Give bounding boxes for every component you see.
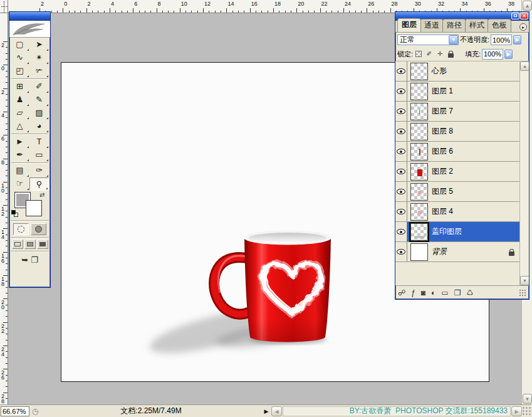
new-layer-icon[interactable]: ❐ [454,287,461,299]
layer-row-图层 6[interactable]: 图层 6 [395,142,521,162]
opacity-spinner-icon[interactable]: ▶ [513,35,521,45]
imageready-page-icon[interactable]: ❐ [31,255,38,265]
eyedropper-tool[interactable]: ✑ [29,164,49,177]
eye-icon[interactable] [397,129,405,134]
new-group-icon[interactable]: ▭ [441,287,448,299]
lock-transparency-icon[interactable] [415,51,422,57]
layer-row-背景[interactable]: 背景 [395,242,521,262]
eye-icon[interactable] [397,169,405,174]
palette-minimize-button[interactable] [511,13,519,19]
notes-tool[interactable]: ▤ [10,164,29,177]
ruler-origin[interactable] [0,0,8,13]
layer-row-图层 8[interactable]: 图层 8 [395,122,521,142]
fullscreen-with-menubar-button[interactable] [24,240,36,249]
eye-icon[interactable] [397,249,405,255]
scroll-up-icon[interactable]: ▲ [520,61,529,71]
gradient-tool[interactable]: ▨ [29,107,49,120]
blend-mode-select[interactable]: 正常 ▼ [397,34,459,45]
standard-screen-mode-button[interactable] [12,240,23,249]
tab-通道[interactable]: 通道 [420,19,444,32]
healing-brush-tool[interactable]: ⊞ [10,80,29,93]
horizontal-scrollbar[interactable]: BY:古欲香萧 PHOTOSHOP 交流群:155189433 [283,406,511,416]
layer-row-图层 7[interactable]: 图层 7 [395,102,521,122]
pen-tool[interactable]: ✒ [10,149,29,162]
eraser-tool[interactable]: ▱ [10,107,29,120]
blur-tool[interactable]: △ [10,120,29,133]
eye-icon[interactable] [397,209,405,214]
add-layer-mask-icon[interactable]: ◙ [421,287,425,299]
fullscreen-mode-button[interactable] [37,240,48,249]
layer-style-icon[interactable]: ƒ [411,287,415,299]
lock-position-icon[interactable]: ✛ [436,50,444,58]
tab-路径[interactable]: 路径 [442,19,466,32]
palette-resize-grip[interactable] [519,289,526,297]
tab-图层[interactable]: 图层 [397,18,421,32]
hand-tool[interactable]: ☞ [10,177,29,191]
magic-wand-tool[interactable]: ✴ [29,51,49,65]
fill-spinner-icon[interactable]: ▶ [504,50,513,59]
visibility-toggle[interactable] [395,61,407,81]
standard-mode-button[interactable] [13,223,29,235]
clone-stamp-tool[interactable]: ♟ [10,93,29,107]
tab-色板[interactable]: 色板 [488,19,511,32]
path-selection-tool[interactable]: ► [10,135,29,149]
layer-row-图层 5[interactable]: 图层 5 [395,182,521,202]
rectangular-marquee-tool[interactable]: ▢ [10,38,29,51]
visibility-toggle[interactable] [395,182,407,201]
layer-row-盖印图层[interactable]: 盖印图层 [395,222,521,242]
visibility-toggle[interactable] [395,222,407,241]
jump-to-imageready-icon[interactable]: ➥ [21,255,28,265]
opacity-field[interactable]: 100% [491,34,512,45]
eye-icon[interactable] [397,189,405,194]
layer-row-图层 2[interactable]: 图层 2 [395,162,521,182]
dodge-tool[interactable]: ◕ [29,120,49,133]
scroll-up-icon[interactable]: ▲ [523,1,532,11]
default-colors-icon[interactable] [11,210,19,218]
lock-paint-icon[interactable]: ✐ [425,50,434,58]
scroll-right-icon[interactable]: ▶ [511,406,522,416]
scroll-down-icon[interactable]: ▼ [520,276,529,285]
eye-icon[interactable] [397,108,405,114]
visibility-toggle[interactable] [395,202,407,221]
visibility-toggle[interactable] [395,242,407,261]
zoom-level-field[interactable]: 66.67% [1,406,29,416]
move-tool[interactable]: ➤ [29,38,49,51]
visibility-toggle[interactable] [395,122,407,141]
eye-icon[interactable] [397,149,405,154]
zoom-tool[interactable]: ⚲ [29,177,49,191]
status-menu-icon[interactable]: ▶ [261,408,271,414]
layer-row-心形[interactable]: 心形 [395,61,521,82]
visibility-toggle[interactable] [395,162,407,181]
palette-menu-icon[interactable]: ▸ [519,23,527,31]
layers-scrollbar[interactable]: ▲ ▼ [519,61,529,285]
toolbox-titlebar[interactable] [9,12,50,21]
scroll-left-icon[interactable]: ◀ [271,406,282,416]
eye-icon[interactable] [397,229,405,235]
brush-tool[interactable]: ✐ [29,80,49,93]
visibility-toggle[interactable] [395,142,407,161]
visibility-toggle[interactable] [395,82,407,101]
tab-样式[interactable]: 样式 [465,19,489,32]
delete-layer-icon[interactable]: ♺ [466,287,473,299]
link-layers-icon[interactable]: ☍ [398,287,405,299]
palette-close-button[interactable]: ✕ [520,13,528,19]
background-color-swatch[interactable] [26,201,41,216]
crop-tool[interactable]: ◰ [10,65,29,78]
blend-mode-dropdown-icon[interactable]: ▼ [449,35,458,45]
layer-row-图层 4[interactable]: 图层 4 [395,202,521,222]
eye-icon[interactable] [397,88,405,94]
scroll-down-icon[interactable]: ▼ [523,394,532,404]
shape-tool[interactable]: ▭ [29,149,49,162]
history-brush-tool[interactable]: ✎ [29,93,49,107]
slice-tool[interactable]: ✃ [29,65,49,78]
resize-grip[interactable] [522,406,532,416]
quick-mask-mode-button[interactable] [31,223,46,235]
type-tool[interactable]: T [29,135,49,149]
adjustment-layer-icon[interactable]: ◐ [431,287,436,299]
visibility-toggle[interactable] [395,102,407,121]
layer-row-图层 1[interactable]: 图层 1 [395,82,521,102]
lasso-tool[interactable]: ∿ [10,51,29,65]
eye-icon[interactable] [397,68,405,74]
fill-field[interactable]: 100% [482,49,503,60]
swap-colors-icon[interactable]: ⇄ [39,191,44,198]
